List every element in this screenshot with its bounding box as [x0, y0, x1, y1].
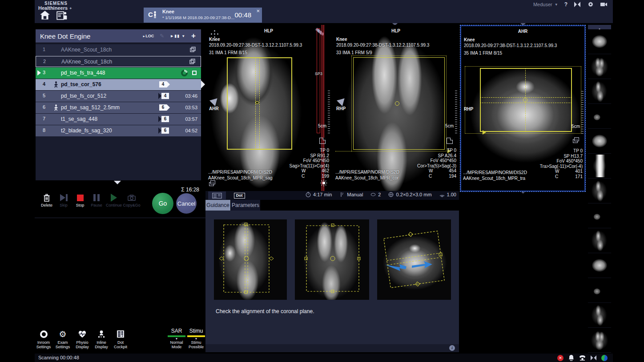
row-number: 3	[36, 70, 52, 75]
orientation-top-label: HLP	[333, 28, 459, 33]
series-thumbnail[interactable]	[588, 328, 611, 353]
queue-expand-handle[interactable]	[114, 181, 121, 184]
fov-center-line[interactable]	[259, 57, 260, 150]
run-all-button[interactable]: ►▮▮▼	[170, 34, 185, 38]
sequence-row[interactable]: 7 t1_se_sag_448 6 03:57	[36, 114, 201, 125]
sequence-row-active[interactable]: 3 pd_tse_fs_tra_448	[36, 68, 201, 79]
logo-spark-icon: ✦	[69, 6, 72, 11]
sequence-duration: 03:53	[185, 105, 197, 110]
viewport-sagittal[interactable]: HLP Knee 2018.09.20-09:27:38-DST-1.3.12.…	[205, 25, 332, 192]
patient-registration-button[interactable]	[56, 9, 68, 21]
series-thumbnail[interactable]	[588, 104, 611, 129]
sequence-name: t1_se_sag_448	[61, 116, 97, 122]
user-menu[interactable]: Meduser	[533, 2, 552, 7]
home-button[interactable]	[39, 9, 51, 21]
slice-group-badge: 6	[159, 104, 170, 111]
series-thumbnail[interactable]	[588, 79, 611, 104]
series-thumbnail[interactable]	[588, 179, 611, 203]
routine-view-tab[interactable]	[208, 191, 226, 199]
intercom-phone-icon[interactable]	[579, 354, 586, 361]
heart-pulse-icon	[78, 330, 87, 338]
physio-display-button[interactable]: PhysioDisplay	[72, 329, 93, 349]
fov-handle[interactable]	[256, 101, 258, 104]
table-position-icon[interactable]	[590, 354, 597, 361]
patient-alert-icon[interactable]	[568, 354, 575, 361]
help-button[interactable]: ?	[564, 1, 568, 8]
stimu-indicator[interactable]: Stimu ▼ StimuPossible	[186, 328, 206, 349]
edit-pencil-icon[interactable]: ✎	[160, 33, 164, 39]
sequence-row[interactable]: 5 pd_tse_fs_cor_512 4 03:46	[36, 91, 201, 102]
patient-scan-icon: C	[148, 11, 153, 18]
series-thumbnail[interactable]	[588, 129, 611, 154]
sequence-row[interactable]: 2 AAKnee_Scout_18ch	[36, 56, 201, 67]
table-position-button[interactable]	[574, 1, 581, 8]
slice-stack-line[interactable]	[480, 103, 572, 103]
clock-icon	[306, 192, 311, 197]
row-number: 6	[36, 104, 52, 110]
processing-chain: .../MPR/RESAMP/NORM/DIS2D	[335, 169, 399, 175]
sequence-row[interactable]: 6 pd_tse_sag_512_2.5mm 6 03:53	[36, 102, 201, 113]
series-thumbnail[interactable]	[588, 253, 611, 278]
exam-settings-button[interactable]: ⚙ ExamSettings	[52, 329, 73, 349]
windowing-brightness-icon[interactable]	[320, 179, 327, 187]
patient-name: Knee	[162, 9, 234, 14]
localizer-button[interactable]: ►LOC	[142, 34, 154, 38]
tab-guidance[interactable]: Guidance	[205, 200, 230, 211]
system-status-globe-icon[interactable]	[601, 355, 608, 361]
sequence-row-open[interactable]: 4 pd_tse_cor_576 4	[36, 79, 201, 90]
series-thumbnail[interactable]	[588, 228, 611, 253]
series-thumbnail[interactable]	[588, 303, 611, 328]
table-position: TP 0	[540, 148, 583, 154]
active-patient-banner[interactable]: C Knee * 1/1/1958 M 2018.09.20-09:27:38-…	[144, 8, 262, 23]
dot-view-tab[interactable]: Dot	[231, 191, 247, 199]
patient-reposition-icon	[53, 81, 58, 88]
snr-indicator: 1.00	[439, 192, 456, 197]
top-right-controls: Meduser ▼ ?	[533, 1, 608, 8]
sequence-row[interactable]: 8 t2_blade_fs_sag_320 6 04:52	[36, 125, 201, 136]
sar-label: SAR	[167, 328, 186, 334]
error-status-icon[interactable]: ✕	[557, 355, 564, 361]
slice-position: SP H13.7	[540, 154, 583, 159]
series-thumbnail[interactable]	[588, 154, 611, 179]
copy-stack-icon	[189, 59, 195, 64]
go-button[interactable]: Go	[152, 193, 173, 214]
slice-group-outline[interactable]	[317, 28, 320, 133]
viewport-coronal[interactable]: HLP Knee 2018.09.20-09:27:38-DST-1.3.12.…	[333, 25, 459, 192]
tab-parameters[interactable]: Parameters	[231, 200, 260, 211]
guidance-image-axial[interactable]	[377, 219, 451, 300]
series-thumbnail[interactable]	[588, 278, 611, 303]
slice-group-badge: 6	[158, 116, 169, 122]
sequence-row[interactable]: 1 AAKnee_Scout_18ch	[36, 44, 201, 56]
user-menu-caret-icon[interactable]: ▼	[555, 3, 558, 7]
slice-position: SP R91.2	[290, 153, 329, 159]
guidance-overlay	[214, 219, 287, 300]
direction-arrow-icon	[483, 130, 486, 135]
camera-button[interactable]	[600, 1, 608, 8]
inroom-settings-button[interactable]: InroomSettings	[33, 329, 54, 349]
close-icon[interactable]: ×	[256, 8, 260, 14]
run-options-caret-icon[interactable]: ▼	[181, 34, 185, 38]
orientation-top-label: HLP	[205, 28, 332, 33]
thumbnail-image	[589, 105, 610, 127]
settings-gear-button[interactable]	[587, 1, 594, 8]
cancel-button[interactable]: Cancel	[176, 193, 197, 214]
inline-display-button[interactable]: InlineDisplay	[91, 329, 112, 349]
orientation-cube-icon	[319, 138, 326, 144]
image-stack-icon[interactable]	[209, 180, 216, 187]
info-button[interactable]: i	[449, 345, 455, 351]
sar-indicator[interactable]: SAR ▼ NormalMode	[167, 328, 186, 349]
isocenter-marker[interactable]	[523, 98, 527, 102]
guidance-image-sagittal[interactable]	[214, 219, 287, 300]
guidance-image-coronal[interactable]	[295, 219, 369, 300]
processing-chain: .../MPR/RESAMP/NORM/DIS2D	[463, 170, 527, 175]
series-thumbnail[interactable]	[588, 29, 611, 54]
image-title: Knee	[209, 36, 302, 42]
series-thumbnail[interactable]	[588, 203, 611, 228]
viewport-axial-selected[interactable]: AHR Knee 2018.09.20-09:27:38-DST-1.3.12.…	[460, 25, 586, 192]
isocenter-marker[interactable]	[395, 101, 399, 106]
add-sequence-button[interactable]: +	[191, 32, 196, 40]
series-thumbnail[interactable]	[588, 54, 611, 79]
dot-cockpit-button[interactable]: DotCockpit	[110, 329, 131, 349]
thumbnail-scroll-up[interactable]	[588, 25, 611, 29]
sequence-name: pd_tse_cor_576	[61, 81, 101, 88]
